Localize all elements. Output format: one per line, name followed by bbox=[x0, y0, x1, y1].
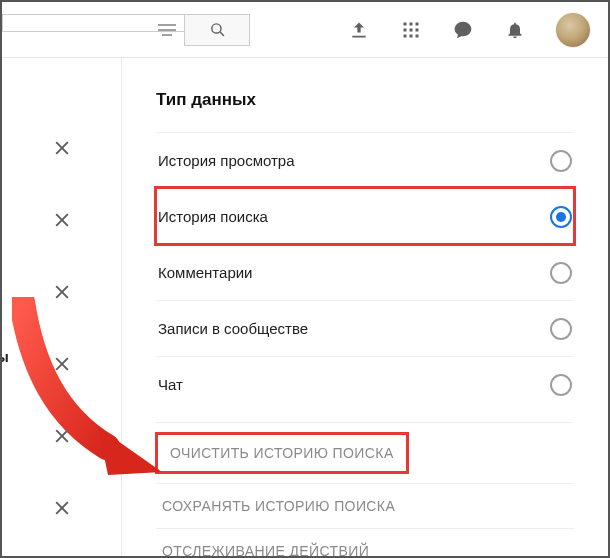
search-box bbox=[2, 14, 250, 46]
radio-icon bbox=[550, 206, 572, 228]
option-chat[interactable]: Чат bbox=[156, 356, 574, 412]
svg-rect-10 bbox=[416, 34, 419, 37]
remove-item-button[interactable] bbox=[52, 210, 72, 230]
search-input[interactable] bbox=[2, 14, 184, 32]
remove-item-button[interactable] bbox=[52, 426, 72, 446]
action-save-search-history[interactable]: СОХРАНЯТЬ ИСТОРИЮ ПОИСКА bbox=[156, 483, 574, 528]
remove-item-button[interactable] bbox=[52, 138, 72, 158]
svg-rect-7 bbox=[416, 28, 419, 31]
option-label: История поиска bbox=[158, 208, 268, 225]
svg-rect-5 bbox=[404, 28, 407, 31]
search-icon bbox=[209, 21, 226, 38]
body: ы Тип данных История просмотра История п… bbox=[2, 58, 608, 556]
avatar-button[interactable] bbox=[556, 13, 590, 47]
upload-icon bbox=[349, 20, 369, 40]
app-window: ы Тип данных История просмотра История п… bbox=[0, 0, 610, 558]
keyboard-icon[interactable] bbox=[158, 24, 176, 36]
speech-bubble-icon bbox=[453, 20, 473, 40]
radio-icon bbox=[550, 318, 572, 340]
option-label: Комментарии bbox=[158, 264, 252, 281]
messages-button[interactable] bbox=[452, 19, 474, 41]
remove-item-button[interactable] bbox=[52, 354, 72, 374]
panel-heading: Тип данных bbox=[156, 90, 574, 110]
radio-icon bbox=[550, 374, 572, 396]
svg-line-1 bbox=[219, 32, 223, 36]
svg-rect-6 bbox=[410, 28, 413, 31]
header-icons bbox=[348, 13, 590, 47]
search-button[interactable] bbox=[184, 14, 250, 46]
svg-rect-2 bbox=[404, 22, 407, 25]
option-label: Чат bbox=[158, 376, 183, 393]
radio-icon bbox=[550, 150, 572, 172]
svg-rect-4 bbox=[416, 22, 419, 25]
left-column: ы bbox=[2, 58, 122, 556]
remove-item-button[interactable] bbox=[52, 282, 72, 302]
svg-rect-9 bbox=[410, 34, 413, 37]
upload-button[interactable] bbox=[348, 19, 370, 41]
action-row: ОЧИСТИТЬ ИСТОРИЮ ПОИСКА bbox=[156, 422, 574, 483]
svg-rect-3 bbox=[410, 22, 413, 25]
bell-icon bbox=[505, 20, 525, 40]
search-field-wrap bbox=[2, 14, 184, 46]
action-clear-search-history[interactable]: ОЧИСТИТЬ ИСТОРИЮ ПОИСКА bbox=[156, 433, 408, 473]
option-label: История просмотра bbox=[158, 152, 295, 169]
clipped-text: ы bbox=[0, 348, 9, 365]
option-search-history[interactable]: История поиска bbox=[156, 188, 574, 244]
remove-item-button[interactable] bbox=[52, 498, 72, 518]
option-label: Записи в сообществе bbox=[158, 320, 308, 337]
svg-rect-8 bbox=[404, 34, 407, 37]
svg-point-0 bbox=[211, 24, 220, 33]
notifications-button[interactable] bbox=[504, 19, 526, 41]
action-activity-tracking[interactable]: ОТСЛЕЖИВАНИЕ ДЕЙСТВИЙ bbox=[156, 528, 574, 558]
option-community-posts[interactable]: Записи в сообществе bbox=[156, 300, 574, 356]
header-bar bbox=[2, 2, 608, 58]
actions-list: ОЧИСТИТЬ ИСТОРИЮ ПОИСКА СОХРАНЯТЬ ИСТОРИ… bbox=[156, 422, 574, 558]
apps-grid-icon bbox=[402, 21, 420, 39]
radio-icon bbox=[550, 262, 572, 284]
option-comments[interactable]: Комментарии bbox=[156, 244, 574, 300]
apps-button[interactable] bbox=[400, 19, 422, 41]
settings-panel: Тип данных История просмотра История пои… bbox=[122, 58, 608, 556]
option-watch-history[interactable]: История просмотра bbox=[156, 132, 574, 188]
